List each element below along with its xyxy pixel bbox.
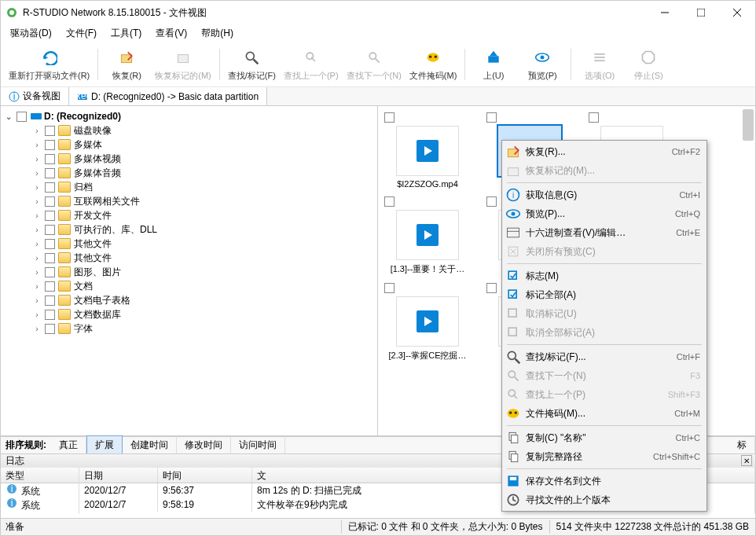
expand-icon[interactable]: › — [32, 197, 42, 206]
scrollbar-thumb[interactable] — [743, 109, 754, 141]
expand-icon[interactable]: › — [32, 325, 42, 333]
menu-unmark[interactable]: 取消标记(U) — [502, 304, 706, 323]
menu-recover-marked[interactable]: 恢复标记的(M)... — [502, 161, 706, 180]
checkbox[interactable] — [45, 324, 55, 334]
maximize-button[interactable] — [683, 1, 719, 24]
expand-icon[interactable]: › — [32, 226, 42, 234]
toolbar-find[interactable]: 查找/标记(F) — [225, 45, 279, 83]
checkbox[interactable] — [384, 283, 395, 293]
toolbar-recover[interactable]: 恢复(R) — [103, 45, 150, 83]
sort-real[interactable]: 真正 — [51, 436, 86, 454]
checkbox[interactable] — [486, 112, 497, 123]
menu-info[interactable]: i获取信息(G)Ctrl+I — [502, 185, 706, 204]
tree-root[interactable]: ⌄D: (Recognized0) — [1, 109, 377, 123]
col-date[interactable]: 日期 — [79, 468, 158, 483]
menu-history[interactable]: 寻找文件的上个版本 — [502, 490, 706, 509]
expand-icon[interactable]: › — [32, 310, 42, 319]
tree-item[interactable]: ›开发文件 — [1, 208, 377, 222]
toolbar-mask[interactable]: 文件掩码(M) — [406, 45, 461, 83]
menu-find-next[interactable]: 查找下一个(N)F3 — [502, 366, 706, 385]
tree-item[interactable]: ›可执行的、库、DLL — [1, 222, 377, 237]
expand-icon[interactable]: › — [32, 254, 42, 262]
checkbox[interactable] — [45, 211, 55, 221]
checkbox[interactable] — [45, 239, 55, 249]
toolbar-stop[interactable]: 停止(S) — [625, 45, 672, 83]
checkbox[interactable] — [45, 267, 55, 277]
file-thumb[interactable]: [1.3]--重要！关于… — [384, 196, 471, 275]
menu-close-all[interactable]: 关闭所有预览(C) — [502, 242, 706, 261]
tree-item[interactable]: ›多媒体 — [1, 138, 377, 152]
tree-item[interactable]: ›多媒体音频 — [1, 166, 377, 180]
checkbox[interactable] — [45, 296, 55, 306]
menu-mask[interactable]: 文件掩码(M)...Ctrl+M — [502, 404, 706, 423]
menu-save[interactable]: 保存文件名到文件 — [502, 472, 706, 490]
checkbox[interactable] — [384, 112, 395, 123]
tree-item[interactable]: ›字体 — [1, 321, 377, 336]
checkbox[interactable] — [45, 310, 55, 320]
checkbox[interactable] — [45, 168, 55, 178]
expand-icon[interactable]: › — [32, 141, 42, 149]
checkbox[interactable] — [45, 140, 55, 150]
menu-preview[interactable]: 预览(P)...Ctrl+Q — [502, 204, 706, 223]
tree-item[interactable]: ›文档电子表格 — [1, 293, 377, 307]
menu-mark-all[interactable]: 标记全部(A) — [502, 285, 706, 304]
minimize-button[interactable] — [647, 1, 683, 24]
checkbox[interactable] — [45, 182, 55, 193]
tree-item[interactable]: ›其他文件 — [1, 237, 377, 251]
checkbox[interactable] — [45, 225, 55, 235]
folder-tree[interactable]: ⌄D: (Recognized0)›磁盘映像›多媒体›多媒体视频›多媒体音频›归… — [1, 106, 378, 435]
checkbox[interactable] — [486, 283, 497, 293]
toolbar-find-next[interactable]: 查找下一个(N) — [343, 45, 405, 83]
sort-extra[interactable]: 标 — [729, 436, 755, 454]
expand-icon[interactable]: › — [32, 127, 42, 135]
checkbox[interactable] — [17, 112, 27, 122]
toolbar-up[interactable]: 上(U) — [470, 45, 517, 83]
col-time[interactable]: 时间 — [158, 468, 252, 483]
sort-atime[interactable]: 访问时间 — [231, 436, 285, 454]
menu-find-prev[interactable]: 查找上一个(P)Shift+F3 — [502, 385, 706, 404]
expand-icon[interactable]: › — [32, 155, 42, 163]
menu-copy[interactable]: 复制(C) "名称"Ctrl+C — [502, 428, 706, 447]
menu-hex[interactable]: 十六进制查看(V)/编辑…Ctrl+E — [502, 223, 706, 242]
tab-device-view[interactable]: i 设备视图 — [1, 87, 69, 105]
expand-icon[interactable]: › — [32, 183, 42, 192]
close-button[interactable] — [719, 1, 755, 24]
sort-ext[interactable]: 扩展 — [86, 435, 123, 455]
checkbox[interactable] — [486, 196, 497, 207]
toolbar-refresh[interactable]: 重新打开驱动文件(R) — [6, 45, 93, 83]
menu-tools[interactable]: 工具(T) — [105, 25, 148, 42]
tree-item[interactable]: ›磁盘映像 — [1, 123, 377, 138]
tree-item[interactable]: ›图形、图片 — [1, 265, 377, 279]
tree-item[interactable]: ›互联网相关文件 — [1, 194, 377, 208]
tree-item[interactable]: ›归档 — [1, 180, 377, 194]
tree-item[interactable]: ›其他文件 — [1, 251, 377, 265]
checkbox[interactable] — [589, 112, 599, 123]
log-close-button[interactable]: ✕ — [741, 455, 752, 466]
checkbox[interactable] — [384, 196, 395, 207]
menu-file[interactable]: 文件(F) — [60, 25, 103, 42]
menu-recover[interactable]: 恢复(R)...Ctrl+F2 — [502, 142, 706, 161]
tree-item[interactable]: ›文档数据库 — [1, 307, 377, 321]
expand-icon[interactable]: › — [32, 296, 42, 305]
file-thumb[interactable]: $I2ZSZOG.mp4 — [384, 112, 471, 189]
tree-item[interactable]: ›文档 — [1, 279, 377, 293]
expand-icon[interactable]: › — [32, 211, 42, 220]
sort-mtime[interactable]: 修改时间 — [177, 436, 231, 454]
checkbox[interactable] — [45, 126, 55, 136]
toolbar-preview[interactable]: 预览(P) — [519, 45, 566, 83]
menu-flag[interactable]: 标志(M) — [502, 266, 706, 285]
menu-view[interactable]: 查看(V) — [149, 25, 193, 42]
expand-icon[interactable]: › — [32, 268, 42, 277]
toolbar-recover-marked[interactable]: 恢复标记的(M) — [152, 45, 215, 83]
toolbar-find-prev[interactable]: 查找上一个(P) — [281, 45, 342, 83]
tab-partition[interactable]: Rec D: (Recognized0) -> Basic data parti… — [69, 87, 267, 105]
menu-copy-path[interactable]: 复制完整路径Ctrl+Shift+C — [502, 447, 706, 466]
file-thumb[interactable]: [2.3]--掌握CE挖掘… — [384, 283, 471, 362]
menu-help[interactable]: 帮助(H) — [195, 25, 240, 42]
collapse-icon[interactable]: ⌄ — [4, 112, 13, 121]
checkbox[interactable] — [45, 281, 55, 292]
sort-ctime[interactable]: 创建时间 — [123, 436, 177, 454]
menu-drive[interactable]: 驱动器(D) — [4, 25, 58, 42]
checkbox[interactable] — [45, 196, 55, 207]
checkbox[interactable] — [45, 154, 55, 164]
